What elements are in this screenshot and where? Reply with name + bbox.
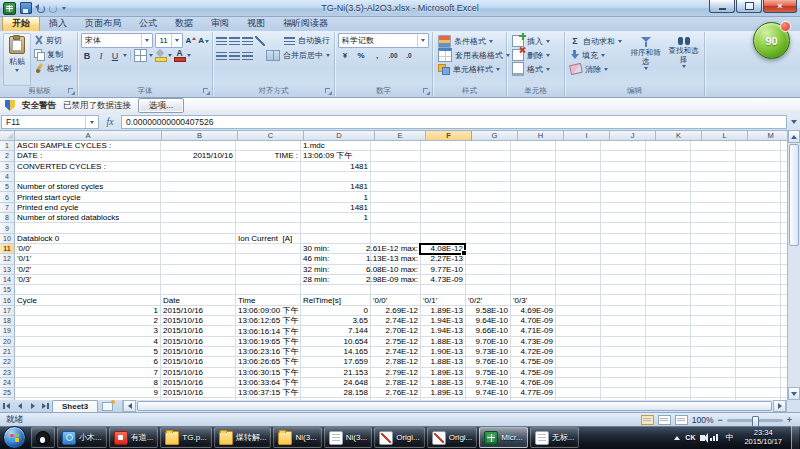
- tray-expand-icon[interactable]: [674, 436, 680, 440]
- row-header-25[interactable]: 25: [0, 388, 15, 398]
- cell-K16[interactable]: [646, 295, 691, 305]
- cell-C9[interactable]: [236, 223, 301, 233]
- cell-G4[interactable]: [466, 172, 511, 182]
- cell-G8[interactable]: [466, 213, 511, 223]
- cell-D16[interactable]: RelTime[s]: [301, 295, 371, 305]
- cell-J7[interactable]: [601, 203, 646, 213]
- network-icon[interactable]: [710, 434, 718, 441]
- row-header-22[interactable]: 22: [0, 357, 15, 367]
- cell-A13[interactable]: '0/2': [15, 265, 161, 275]
- cell-H11[interactable]: [511, 244, 556, 254]
- cell-D7[interactable]: 1481: [301, 203, 371, 213]
- cell-H8[interactable]: [511, 213, 556, 223]
- cell-G17[interactable]: 9.58E-10: [466, 306, 511, 316]
- cell-styles-button[interactable]: 单元格样式: [435, 62, 504, 76]
- insert-worksheet-button[interactable]: [98, 400, 116, 412]
- cell-L9[interactable]: [691, 223, 736, 233]
- cell-J5[interactable]: [601, 182, 646, 192]
- options-button[interactable]: 选项...: [138, 98, 184, 113]
- row-header-12[interactable]: 12: [0, 254, 15, 264]
- cell-B11[interactable]: [161, 244, 236, 254]
- shrink-font-button[interactable]: A: [198, 36, 209, 45]
- row-header-15[interactable]: 15: [0, 285, 15, 295]
- volume-icon[interactable]: [700, 435, 705, 441]
- cell-A25[interactable]: 9: [15, 388, 161, 398]
- cell-D14[interactable]: 28 min:: [301, 275, 371, 285]
- cell-B6[interactable]: [161, 192, 236, 202]
- cell-H7[interactable]: [511, 203, 556, 213]
- cell-A18[interactable]: 2: [15, 316, 161, 326]
- cell-I23[interactable]: [556, 368, 601, 378]
- cell-E10[interactable]: [371, 234, 421, 244]
- cell-M8[interactable]: [736, 213, 781, 223]
- cell-B21[interactable]: 2015/10/16: [161, 347, 236, 357]
- cell-D25[interactable]: 28.158: [301, 388, 371, 398]
- cell-H17[interactable]: 4.69E-09: [511, 306, 556, 316]
- font-color-icon[interactable]: A: [174, 49, 185, 62]
- cell-M12[interactable]: [736, 254, 781, 264]
- cell-B2[interactable]: 2015/10/16: [161, 151, 236, 161]
- cell-I22[interactable]: [556, 357, 601, 367]
- cell-F19[interactable]: 1.94E-13: [421, 326, 466, 336]
- fill-color-dropdown-icon[interactable]: [168, 54, 172, 57]
- zoom-out-button[interactable]: −: [717, 416, 722, 425]
- cell-E15[interactable]: [371, 285, 421, 295]
- cell-H22[interactable]: 4.75E-09: [511, 357, 556, 367]
- zoom-in-button[interactable]: +: [787, 416, 792, 425]
- cell-H21[interactable]: 4.72E-09: [511, 347, 556, 357]
- cell-L13[interactable]: [691, 265, 736, 275]
- taskbar-button-10[interactable]: 无标...: [530, 427, 580, 448]
- cell-I14[interactable]: [556, 275, 601, 285]
- first-sheet-button[interactable]: [0, 400, 13, 412]
- taskbar-button-3[interactable]: TG.p...: [160, 427, 211, 448]
- column-header-B[interactable]: B: [162, 130, 238, 141]
- zoom-slider[interactable]: [727, 419, 783, 422]
- align-center-icon[interactable]: [229, 52, 240, 60]
- cell-D3[interactable]: 1481: [301, 162, 371, 172]
- cell-C5[interactable]: [236, 182, 301, 192]
- cell-I4[interactable]: [556, 172, 601, 182]
- cell-E14[interactable]: 2.98E-09 max:: [371, 275, 421, 285]
- cell-G25[interactable]: 9.74E-10: [466, 388, 511, 398]
- taskbar-button-1[interactable]: 小木...: [57, 427, 107, 448]
- minimize-button[interactable]: [709, 0, 735, 13]
- cell-J21[interactable]: [601, 347, 646, 357]
- cell-C12[interactable]: [236, 254, 301, 264]
- italic-button[interactable]: I: [95, 49, 107, 62]
- cell-C8[interactable]: [236, 213, 301, 223]
- cell-M13[interactable]: [736, 265, 781, 275]
- decrease-decimal-button[interactable]: .0: [402, 49, 416, 62]
- ck-tray-icon[interactable]: CK: [685, 434, 695, 441]
- sheet-tab-0[interactable]: Sheet3: [52, 400, 98, 412]
- cell-E24[interactable]: 2.78E-12: [371, 378, 421, 388]
- cell-A5[interactable]: Number of stored cycles: [15, 182, 161, 192]
- vertical-scrollbar[interactable]: [787, 130, 800, 400]
- font-dialog-launcher[interactable]: [203, 88, 210, 95]
- cell-H13[interactable]: [511, 265, 556, 275]
- find-select-button[interactable]: 查找和选择: [665, 33, 702, 89]
- cell-J2[interactable]: [601, 151, 646, 161]
- cell-A15[interactable]: [15, 285, 161, 295]
- zoom-level[interactable]: 100%: [692, 415, 714, 425]
- cell-J25[interactable]: [601, 388, 646, 398]
- cell-H14[interactable]: [511, 275, 556, 285]
- cell-C13[interactable]: [236, 265, 301, 275]
- cell-K11[interactable]: [646, 244, 691, 254]
- cell-A11[interactable]: '0/0': [15, 244, 161, 254]
- cell-L11[interactable]: [691, 244, 736, 254]
- cell-D20[interactable]: 10.654: [301, 337, 371, 347]
- cell-K6[interactable]: [646, 192, 691, 202]
- cell-E17[interactable]: 2.69E-12: [371, 306, 421, 316]
- cell-E11[interactable]: 2.61E-12 max:: [371, 244, 421, 254]
- cell-H3[interactable]: [511, 162, 556, 172]
- cell-H9[interactable]: [511, 223, 556, 233]
- cell-E20[interactable]: 2.75E-12: [371, 337, 421, 347]
- cell-H1[interactable]: [511, 141, 556, 151]
- clear-button[interactable]: 清除: [567, 62, 625, 76]
- cell-L22[interactable]: [691, 357, 736, 367]
- underline-dropdown-icon[interactable]: [123, 54, 127, 57]
- cell-K12[interactable]: [646, 254, 691, 264]
- cell-A16[interactable]: Cycle: [15, 295, 161, 305]
- align-bottom-icon[interactable]: [242, 37, 253, 45]
- alignment-dialog-launcher[interactable]: [325, 88, 332, 95]
